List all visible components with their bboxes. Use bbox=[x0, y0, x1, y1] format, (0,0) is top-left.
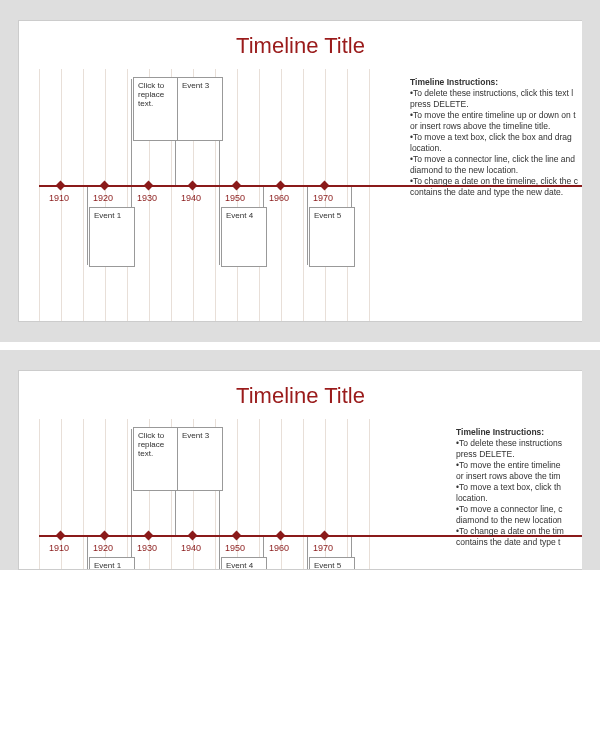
period-label[interactable]: 1930 bbox=[137, 543, 157, 553]
gridline bbox=[347, 419, 348, 569]
instructions-heading: Timeline Instructions: bbox=[456, 427, 544, 437]
event-box-3[interactable]: Event 3 bbox=[177, 427, 223, 491]
page-1: Timeline Title bbox=[18, 20, 582, 322]
gridline bbox=[303, 69, 304, 321]
period-label[interactable]: 1920 bbox=[93, 193, 113, 203]
period-label[interactable]: 1960 bbox=[269, 543, 289, 553]
event-box-1[interactable]: Event 1 bbox=[89, 557, 135, 570]
event-box-4[interactable]: Event 4 bbox=[221, 207, 267, 267]
connector-line[interactable] bbox=[131, 79, 132, 185]
connector-line[interactable] bbox=[87, 537, 88, 570]
event-box-4[interactable]: Event 4 bbox=[221, 557, 267, 570]
gridline bbox=[127, 69, 128, 321]
gridline bbox=[83, 419, 84, 569]
axis-diamond[interactable] bbox=[188, 181, 198, 191]
period-label[interactable]: 1940 bbox=[181, 193, 201, 203]
gridline bbox=[39, 69, 40, 321]
gridline bbox=[303, 419, 304, 569]
period-label[interactable]: 1970 bbox=[313, 193, 333, 203]
period-label[interactable]: 1910 bbox=[49, 543, 69, 553]
period-label[interactable]: 1940 bbox=[181, 543, 201, 553]
gridline bbox=[259, 69, 260, 321]
gridline bbox=[369, 419, 370, 569]
gridline bbox=[259, 419, 260, 569]
period-label[interactable]: 1960 bbox=[269, 193, 289, 203]
axis-diamond[interactable] bbox=[100, 181, 110, 191]
period-label[interactable]: 1950 bbox=[225, 193, 245, 203]
connector-line[interactable] bbox=[219, 187, 220, 265]
gridline bbox=[39, 419, 40, 569]
connector-line[interactable] bbox=[307, 187, 308, 265]
instructions-box[interactable]: Timeline Instructions: •To delete these … bbox=[456, 427, 582, 549]
axis-diamond[interactable] bbox=[276, 531, 286, 541]
axis-diamond[interactable] bbox=[232, 181, 242, 191]
axis-diamond[interactable] bbox=[56, 531, 66, 541]
event-box-3[interactable]: Event 3 bbox=[177, 77, 223, 141]
page-title[interactable]: Timeline Title bbox=[19, 21, 582, 67]
gridline bbox=[369, 69, 370, 321]
axis-diamond[interactable] bbox=[188, 531, 198, 541]
page-title[interactable]: Timeline Title bbox=[19, 371, 582, 417]
event-box-1[interactable]: Event 1 bbox=[89, 207, 135, 267]
connector-line[interactable] bbox=[307, 537, 308, 570]
event-box-placeholder[interactable]: Click to replace text. bbox=[133, 77, 179, 141]
event-box-placeholder[interactable]: Click to replace text. bbox=[133, 427, 179, 491]
axis-diamond[interactable] bbox=[232, 531, 242, 541]
instructions-heading: Timeline Instructions: bbox=[410, 77, 498, 87]
connector-line[interactable] bbox=[131, 429, 132, 535]
preview-frame-1: Timeline Title bbox=[0, 0, 600, 342]
instructions-box[interactable]: Timeline Instructions: •To delete these … bbox=[410, 77, 582, 199]
connector-line[interactable] bbox=[219, 537, 220, 570]
preview-frame-2: Timeline Title bbox=[0, 350, 600, 570]
axis-diamond[interactable] bbox=[320, 531, 330, 541]
period-label[interactable]: 1950 bbox=[225, 543, 245, 553]
axis-diamond[interactable] bbox=[144, 181, 154, 191]
gridline bbox=[127, 419, 128, 569]
event-box-5[interactable]: Event 5 bbox=[309, 207, 355, 267]
axis-diamond[interactable] bbox=[100, 531, 110, 541]
period-label[interactable]: 1930 bbox=[137, 193, 157, 203]
period-label[interactable]: 1910 bbox=[49, 193, 69, 203]
gridline bbox=[347, 69, 348, 321]
axis-diamond[interactable] bbox=[276, 181, 286, 191]
page-2: Timeline Title bbox=[18, 370, 582, 570]
period-label[interactable]: 1970 bbox=[313, 543, 333, 553]
event-box-5[interactable]: Event 5 bbox=[309, 557, 355, 570]
gridline bbox=[83, 69, 84, 321]
axis-diamond[interactable] bbox=[320, 181, 330, 191]
axis-diamond[interactable] bbox=[56, 181, 66, 191]
connector-line[interactable] bbox=[87, 187, 88, 265]
period-label[interactable]: 1920 bbox=[93, 543, 113, 553]
axis-diamond[interactable] bbox=[144, 531, 154, 541]
